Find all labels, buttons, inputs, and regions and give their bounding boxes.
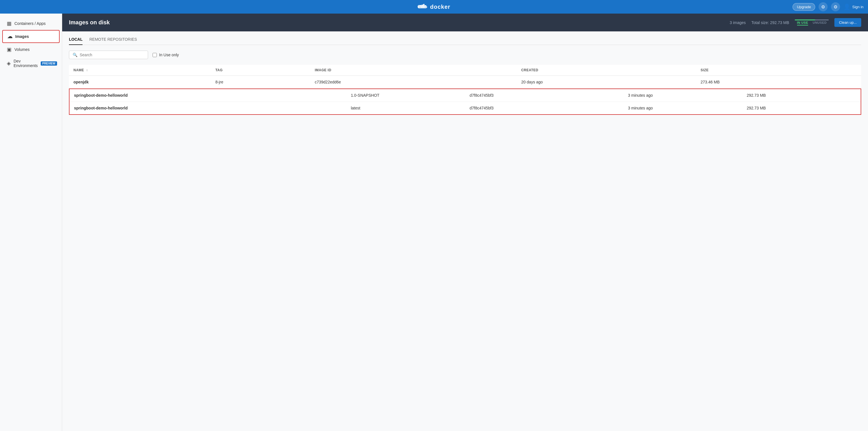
- docker-logo: docker: [417, 3, 451, 10]
- row-tag: 8-jre: [211, 76, 310, 88]
- sub-tabs: LOCAL REMOTE REPOSITORIES: [69, 37, 861, 45]
- row-image-id: c739d22edd6e: [310, 76, 517, 88]
- usage-bar-fill: [795, 20, 815, 20]
- sidebar-item-volumes[interactable]: ▣ Volumes: [2, 44, 60, 55]
- preview-badge: PREVIEW: [41, 61, 57, 66]
- images-table: NAME ↑ TAG IMAGE ID CREATED SIZE openjdk…: [69, 65, 861, 115]
- search-box[interactable]: 🔍: [69, 51, 148, 59]
- row-created: 3 minutes ago: [623, 102, 742, 115]
- page-title: Images on disk: [69, 19, 110, 26]
- volumes-label: Volumes: [14, 47, 30, 52]
- main-content: Images on disk 3 images Total size: 292.…: [62, 13, 868, 431]
- row-name: springboot-demo-helloworld: [69, 102, 346, 115]
- table-body: openjdk 8-jre c739d22edd6e 20 days ago 2…: [69, 76, 861, 115]
- search-input[interactable]: [80, 53, 144, 57]
- row-created: 3 minutes ago: [623, 89, 742, 102]
- content-body: LOCAL REMOTE REPOSITORIES 🔍 In Use only: [62, 31, 868, 431]
- images-icon: ☁: [7, 33, 12, 39]
- images-label: Images: [15, 34, 29, 39]
- in-use-only-text: In Use only: [159, 53, 179, 57]
- row-size: 292.73 MB: [742, 89, 861, 102]
- row-image-id: d7f8c4745bf3: [465, 89, 623, 102]
- volumes-icon: ▣: [7, 47, 11, 53]
- col-created: CREATED: [517, 65, 696, 76]
- sort-arrow: ↑: [86, 68, 88, 72]
- table-row-selected[interactable]: springboot-demo-helloworld 1.0-SNAPSHOT …: [69, 89, 861, 102]
- images-count: 3 images: [730, 20, 746, 25]
- upgrade-button[interactable]: Upgrade: [793, 3, 815, 11]
- table-header: NAME ↑ TAG IMAGE ID CREATED SIZE: [69, 65, 861, 76]
- sidebar: ▦ Containers / Apps ☁ Images ▣ Volumes ◈…: [0, 13, 62, 431]
- sidebar-item-dev-environments[interactable]: ◈ Dev Environments PREVIEW: [2, 56, 60, 71]
- account-icon: 👤: [843, 3, 850, 10]
- row-tag: latest: [346, 102, 465, 115]
- sidebar-item-containers[interactable]: ▦ Containers / Apps: [2, 18, 60, 29]
- usage-bar: [795, 20, 829, 20]
- row-size: 273.46 MB: [696, 76, 861, 88]
- top-navbar: docker Upgrade ⚙ ⚙ 👤 Sign in: [0, 0, 868, 13]
- row-size: 292.73 MB: [742, 102, 861, 115]
- docker-brand-text: docker: [430, 4, 451, 10]
- containers-icon: ▦: [7, 20, 11, 27]
- sidebar-item-images[interactable]: ☁ Images: [2, 30, 60, 43]
- row-name: openjdk: [69, 76, 211, 88]
- table-row-selected[interactable]: springboot-demo-helloworld latest d7f8c4…: [69, 102, 861, 115]
- unused-tab[interactable]: UNUSED: [813, 21, 827, 25]
- row-created: 20 days ago: [517, 76, 696, 88]
- content-header: Images on disk 3 images Total size: 292.…: [62, 13, 868, 31]
- col-name[interactable]: NAME ↑: [69, 65, 211, 76]
- row-image-id: d7f8c4745bf3: [465, 102, 623, 115]
- tab-local[interactable]: LOCAL: [69, 37, 83, 45]
- svg-rect-7: [423, 4, 425, 5]
- in-use-tab[interactable]: IN USE: [797, 21, 808, 25]
- signin-area[interactable]: 👤 Sign in: [843, 3, 864, 10]
- filter-row: 🔍 In Use only: [69, 51, 861, 59]
- in-use-only-checkbox[interactable]: [153, 53, 157, 57]
- dev-env-label: Dev Environments: [13, 59, 38, 68]
- table-row[interactable]: springboot-demo-helloworld 1.0-SNAPSHOT …: [69, 88, 861, 115]
- col-tag: TAG: [211, 65, 310, 76]
- svg-point-9: [420, 7, 421, 7]
- cleanup-button[interactable]: Clean up...: [834, 18, 861, 27]
- dev-env-icon: ◈: [7, 60, 11, 66]
- signin-label: Sign in: [852, 5, 864, 9]
- extensions-icon-button[interactable]: ⚙: [831, 2, 840, 11]
- settings-icon-button[interactable]: ⚙: [818, 2, 828, 11]
- col-size: SIZE: [696, 65, 861, 76]
- tab-remote-repositories[interactable]: REMOTE REPOSITORIES: [89, 37, 137, 45]
- in-use-only-label[interactable]: In Use only: [153, 53, 179, 57]
- row-name: springboot-demo-helloworld: [69, 89, 346, 102]
- total-size: Total size: 292.73 MB: [751, 20, 789, 25]
- col-image-id: IMAGE ID: [310, 65, 517, 76]
- containers-label: Containers / Apps: [14, 21, 46, 26]
- table-header-row: NAME ↑ TAG IMAGE ID CREATED SIZE: [69, 65, 861, 76]
- table-row[interactable]: openjdk 8-jre c739d22edd6e 20 days ago 2…: [69, 76, 861, 88]
- row-tag: 1.0-SNAPSHOT: [346, 89, 465, 102]
- usage-tabs: IN USE UNUSED: [795, 20, 829, 25]
- search-icon: 🔍: [73, 53, 78, 57]
